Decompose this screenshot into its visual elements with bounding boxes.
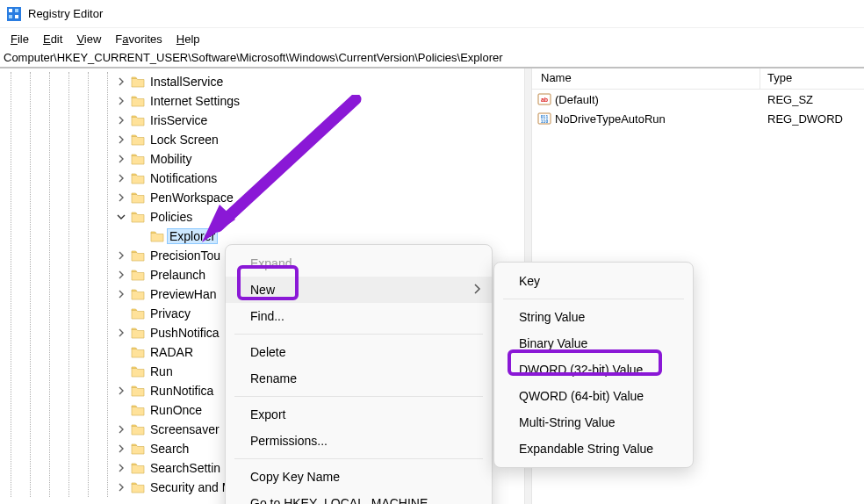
separator <box>503 299 684 299</box>
value-row[interactable]: ab(Default)REG_SZ <box>532 90 864 109</box>
tree-item-label: Run <box>148 364 175 378</box>
menu-edit[interactable]: Edit <box>36 31 69 47</box>
folder-icon <box>150 230 164 242</box>
folder-icon <box>131 191 145 204</box>
chevron-right-icon[interactable] <box>115 249 127 262</box>
chevron-right-icon[interactable] <box>115 95 127 107</box>
menu-view[interactable]: View <box>69 31 108 47</box>
folder-icon <box>131 404 145 416</box>
sub-multi-string-value[interactable]: Multi-String Value <box>494 409 693 436</box>
cm-find[interactable]: Find... <box>226 303 492 329</box>
tree-item-label: PrecisionTou <box>148 248 222 263</box>
spacer <box>115 365 127 378</box>
chevron-right-icon[interactable] <box>115 462 127 474</box>
menu-file[interactable]: File <box>4 31 36 47</box>
tree-item[interactable]: Policies <box>0 207 524 227</box>
value-name: (Default) <box>555 93 599 106</box>
folder-icon <box>131 211 145 223</box>
spacer <box>115 404 127 416</box>
folder-icon <box>131 269 145 281</box>
svg-rect-4 <box>15 15 18 18</box>
sub-dword-value[interactable]: DWORD (32-bit) Value <box>494 356 693 383</box>
tree-item-label: InstallService <box>148 75 225 89</box>
tree-item-label: Search <box>148 442 191 456</box>
chevron-right-icon[interactable] <box>115 327 127 339</box>
tree-item-label: PreviewHan <box>148 287 218 301</box>
folder-icon <box>131 76 145 88</box>
tree-item[interactable]: IrisService <box>0 111 524 130</box>
tree-item-label: Policies <box>148 210 194 224</box>
chevron-right-icon[interactable] <box>115 423 127 436</box>
separator <box>234 334 483 335</box>
tree-item-label: PushNotifica <box>148 326 221 340</box>
folder-icon <box>131 423 145 436</box>
tree-item-label: IrisService <box>148 113 209 127</box>
titlebar: Registry Editor <box>0 0 864 28</box>
chevron-right-icon[interactable] <box>115 288 127 300</box>
chevron-down-icon[interactable] <box>115 211 127 223</box>
tree-item[interactable]: Lock Screen <box>0 130 524 149</box>
tree-item-label: RunNotifica <box>148 384 215 398</box>
column-name[interactable]: Name <box>532 68 760 89</box>
svg-text:ab: ab <box>541 97 548 103</box>
folder-icon <box>131 346 145 358</box>
tree-item-label: Internet Settings <box>148 94 241 108</box>
address-path: Computer\HKEY_CURRENT_USER\Software\Micr… <box>4 51 503 64</box>
folder-icon <box>131 385 145 397</box>
cm-new[interactable]: New <box>226 277 492 303</box>
chevron-right-icon[interactable] <box>115 153 127 165</box>
folder-icon <box>131 153 145 165</box>
chevron-right-icon[interactable] <box>115 133 127 146</box>
address-bar[interactable]: Computer\HKEY_CURRENT_USER\Software\Micr… <box>0 49 864 68</box>
tree-item[interactable]: Explorer <box>0 227 524 246</box>
menu-favorites[interactable]: Favorites <box>108 31 169 47</box>
tree-item[interactable]: InstallService <box>0 72 524 91</box>
tree-item-label: RunOnce <box>148 403 204 417</box>
sub-string-value[interactable]: String Value <box>494 304 693 330</box>
tree-item-label: PenWorkspace <box>148 191 235 205</box>
chevron-right-icon[interactable] <box>115 172 127 184</box>
tree-item-label: RADAR <box>148 345 195 359</box>
spacer <box>134 230 147 242</box>
sub-qword-value[interactable]: QWORD (64-bit) Value <box>494 383 693 409</box>
cm-delete[interactable]: Delete <box>226 339 492 365</box>
chevron-right-icon[interactable] <box>115 269 127 281</box>
chevron-right-icon[interactable] <box>115 481 127 493</box>
tree-item-label: Explorer <box>168 229 217 243</box>
chevron-right-icon[interactable] <box>115 114 127 126</box>
folder-icon <box>131 443 145 455</box>
cm-export[interactable]: Export <box>226 401 492 428</box>
chevron-right-icon[interactable] <box>115 76 127 88</box>
sub-key[interactable]: Key <box>494 268 693 294</box>
tree-item[interactable]: Mobility <box>0 149 524 169</box>
chevron-right-icon[interactable] <box>115 385 127 397</box>
cm-permissions[interactable]: Permissions... <box>226 428 492 454</box>
sub-expandable-string-value[interactable]: Expandable String Value <box>494 436 693 462</box>
chevron-right-icon <box>474 283 481 297</box>
tree-item-label: Mobility <box>148 152 193 166</box>
cm-rename[interactable]: Rename <box>226 365 492 392</box>
chevron-right-icon[interactable] <box>115 191 127 204</box>
value-row[interactable]: 011110NoDriveTypeAutoRunREG_DWORD <box>532 109 864 128</box>
values-header: Name Type <box>532 68 864 90</box>
chevron-right-icon[interactable] <box>115 443 127 455</box>
folder-icon <box>131 95 145 107</box>
cm-expand: Expand <box>226 250 492 277</box>
tree-item[interactable]: PenWorkspace <box>0 188 524 207</box>
svg-text:110: 110 <box>541 119 549 124</box>
folder-icon <box>131 462 145 474</box>
column-type[interactable]: Type <box>760 68 864 89</box>
sub-binary-value[interactable]: Binary Value <box>494 330 693 356</box>
folder-icon <box>131 172 145 184</box>
tree-item[interactable]: Notifications <box>0 169 524 188</box>
context-submenu-new: Key String Value Binary Value DWORD (32-… <box>493 262 694 468</box>
tree-item-label: SearchSettin <box>148 461 222 475</box>
value-name: NoDriveTypeAutoRun <box>555 112 666 126</box>
menu-help[interactable]: Help <box>169 31 207 47</box>
cm-copy-key-name[interactable]: Copy Key Name <box>226 464 492 490</box>
tree-item-label: Lock Screen <box>148 133 220 147</box>
cm-go-to[interactable]: Go to HKEY_LOCAL_MACHINE <box>226 490 492 504</box>
tree-item[interactable]: Internet Settings <box>0 91 524 111</box>
tree-item-label: Privacy <box>148 306 192 320</box>
folder-icon <box>131 365 145 378</box>
